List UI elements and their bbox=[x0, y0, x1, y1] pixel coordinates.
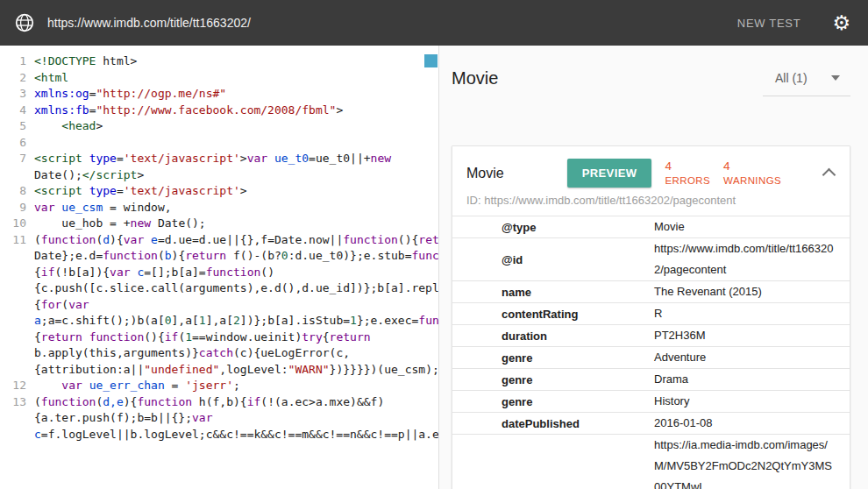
code-line: 9var ue_csm = window, bbox=[0, 200, 438, 216]
table-row: durationPT2H36M bbox=[452, 324, 850, 346]
property-name: @type bbox=[452, 221, 654, 234]
settings-gear-icon[interactable]: ⚙ bbox=[832, 13, 850, 33]
results-header: Movie All (1) bbox=[452, 68, 850, 96]
code-text: var ue_csm = window, bbox=[34, 200, 438, 216]
new-test-button[interactable]: NEW TEST bbox=[737, 17, 801, 30]
line-number: 1 bbox=[0, 53, 34, 70]
result-type-title: Movie bbox=[452, 68, 498, 89]
code-line: 12 var ue_err_chan = 'jserr'; bbox=[0, 378, 438, 394]
line-number: 9 bbox=[0, 200, 34, 216]
collapse-card-button[interactable] bbox=[822, 161, 836, 185]
line-number: 10 bbox=[0, 216, 34, 232]
line-number: 4 bbox=[0, 103, 34, 119]
table-row: nameThe Revenant (2015) bbox=[452, 280, 850, 302]
code-text bbox=[34, 135, 438, 152]
code-lines: 1<!DOCTYPE html>2<html3xmlns:og="http://… bbox=[0, 46, 438, 443]
code-line: 6 bbox=[0, 135, 438, 152]
property-name: @id bbox=[452, 253, 654, 266]
movie-result-card: Movie PREVIEW 4 ERRORS 4 WARNINGS ID: ht… bbox=[452, 145, 850, 489]
table-row: contentRatingR bbox=[452, 302, 850, 324]
code-text: xmlns:fb="http://www.facebook.com/2008/f… bbox=[34, 103, 438, 119]
warnings-count: 4 bbox=[723, 159, 781, 174]
property-name: datePublished bbox=[452, 417, 654, 430]
code-text: <head> bbox=[34, 118, 438, 135]
line-number: 5 bbox=[0, 118, 34, 135]
card-title: Movie bbox=[466, 166, 504, 181]
property-value: History bbox=[654, 391, 836, 412]
code-line: 4xmlns:fb="http://www.facebook.com/2008/… bbox=[0, 103, 438, 119]
code-text: (function(d){var e=d.ue=d.ue||{},f=Date.… bbox=[34, 232, 438, 379]
warnings-label: WARNINGS bbox=[723, 175, 781, 187]
property-table: @typeMovie@idhttps://www.imdb.com/title/… bbox=[452, 216, 850, 489]
tested-url: https://www.imdb.com/title/tt1663202/ bbox=[47, 16, 251, 30]
preview-button[interactable]: PREVIEW bbox=[567, 159, 652, 188]
line-number: 6 bbox=[0, 135, 34, 152]
globe-icon bbox=[14, 12, 35, 33]
code-line: 1<!DOCTYPE html> bbox=[0, 53, 438, 70]
property-value: The Revenant (2015) bbox=[654, 281, 836, 302]
property-value: R bbox=[654, 303, 836, 324]
main-split: 1<!DOCTYPE html>2<html3xmlns:og="http://… bbox=[0, 46, 868, 489]
results-panel: Movie All (1) Movie PREVIEW 4 ERRORS 4 W… bbox=[438, 46, 868, 489]
code-line: 7<script type='text/javascript'>var ue_t… bbox=[0, 151, 438, 183]
property-name: genre bbox=[452, 351, 654, 365]
code-line: 2<html bbox=[0, 70, 438, 87]
code-text: <html bbox=[34, 70, 438, 87]
property-name: contentRating bbox=[452, 308, 654, 321]
code-text: var ue_err_chan = 'jserr'; bbox=[34, 378, 438, 394]
code-text: ue_hob = +new Date(); bbox=[34, 216, 438, 232]
chevron-down-icon bbox=[831, 75, 840, 81]
code-text: <!DOCTYPE html> bbox=[34, 53, 438, 70]
code-line: 10 ue_hob = +new Date(); bbox=[0, 216, 438, 232]
property-value: PT2H36M bbox=[654, 325, 836, 346]
code-text: <script type='text/javascript'>var ue_t0… bbox=[34, 151, 438, 183]
filter-selected-value: All (1) bbox=[763, 71, 831, 85]
line-number: 3 bbox=[0, 86, 34, 103]
line-number: 7 bbox=[0, 151, 34, 183]
source-code-editor[interactable]: 1<!DOCTYPE html>2<html3xmlns:og="http://… bbox=[0, 46, 438, 489]
code-text: (function(d,e){function h(f,b){if(!(a.ec… bbox=[34, 394, 438, 443]
line-number: 11 bbox=[0, 232, 34, 379]
line-number: 8 bbox=[0, 183, 34, 200]
line-number: 13 bbox=[0, 394, 34, 443]
table-row: genreAdventure bbox=[452, 346, 850, 368]
editor-scrollbar-thumb[interactable] bbox=[424, 54, 438, 67]
code-text: xmlns:og="http://ogp.me/ns#" bbox=[34, 86, 438, 103]
warnings-stat[interactable]: 4 WARNINGS bbox=[723, 159, 781, 187]
table-row: https://ia.media-imdb.com/images/M/MV5BY… bbox=[452, 434, 850, 489]
code-line: 5 <head> bbox=[0, 118, 438, 135]
property-value: https://www.imdb.com/title/tt1663202/pag… bbox=[654, 238, 836, 280]
errors-label: ERRORS bbox=[665, 175, 710, 187]
line-number: 12 bbox=[0, 378, 34, 394]
property-value: Drama bbox=[654, 369, 836, 390]
card-header: Movie PREVIEW 4 ERRORS 4 WARNINGS bbox=[452, 146, 850, 191]
property-name: duration bbox=[452, 330, 654, 343]
line-number: 2 bbox=[0, 70, 34, 87]
results-filter-dropdown[interactable]: All (1) bbox=[763, 71, 850, 96]
table-row: genreHistory bbox=[452, 390, 850, 412]
table-row: @typeMovie bbox=[452, 216, 850, 237]
property-name: genre bbox=[452, 373, 654, 386]
code-line: 3xmlns:og="http://ogp.me/ns#" bbox=[0, 86, 438, 103]
code-line: 11(function(d){var e=d.ue=d.ue||{},f=Dat… bbox=[0, 232, 438, 379]
property-value: Adventure bbox=[654, 347, 836, 368]
property-value: https://ia.media-imdb.com/images/M/MV5BY… bbox=[654, 435, 836, 489]
code-line: 13(function(d,e){function h(f,b){if(!(a.… bbox=[0, 394, 438, 443]
chevron-up-icon bbox=[822, 168, 836, 182]
item-id-line: ID: https://www.imdb.com/title/tt1663202… bbox=[452, 191, 850, 216]
errors-stat[interactable]: 4 ERRORS bbox=[665, 159, 710, 187]
errors-count: 4 bbox=[665, 159, 710, 174]
property-name: genre bbox=[452, 395, 654, 408]
top-bar: https://www.imdb.com/title/tt1663202/ NE… bbox=[0, 0, 868, 46]
table-row: @idhttps://www.imdb.com/title/tt1663202/… bbox=[452, 237, 850, 280]
property-name: name bbox=[452, 286, 654, 299]
code-text: <script type='text/javascript'> bbox=[34, 183, 438, 200]
property-value: Movie bbox=[654, 216, 836, 237]
code-line: 8<script type='text/javascript'> bbox=[0, 183, 438, 200]
table-row: datePublished2016-01-08 bbox=[452, 412, 850, 434]
table-row: genreDrama bbox=[452, 368, 850, 390]
property-value: 2016-01-08 bbox=[654, 413, 836, 434]
